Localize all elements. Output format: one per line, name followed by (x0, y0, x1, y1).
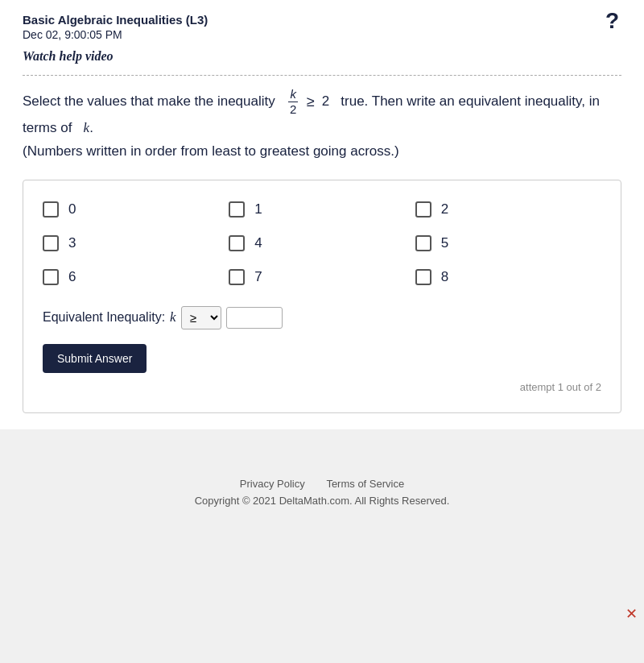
header-title: Basic Algebraic Inequalities (L3) (23, 13, 621, 27)
equivalent-label: Equivalent Inequality: (43, 310, 165, 325)
checkbox-2[interactable] (415, 201, 431, 218)
checkbox-4[interactable] (229, 235, 245, 251)
footer-links: Privacy Policy Terms of Service (0, 478, 644, 490)
checkbox-label-4[interactable]: 4 (254, 235, 262, 251)
checkbox-label-6[interactable]: 6 (68, 269, 76, 285)
checkbox-item-4: 4 (229, 230, 415, 256)
checkbox-7[interactable] (229, 269, 245, 285)
fraction: k 2 (288, 87, 298, 117)
divider (23, 75, 621, 76)
privacy-policy-link[interactable]: Privacy Policy (240, 478, 305, 490)
close-button[interactable]: ✕ (625, 605, 638, 623)
checkbox-item-3: 3 (43, 230, 229, 256)
checkbox-grid: 0 1 2 3 4 5 (43, 197, 601, 290)
question-text: Select the values that make the inequali… (23, 87, 621, 164)
inequality-select[interactable]: ≥ ≤ > < = (181, 306, 221, 329)
submit-button[interactable]: Submit Answer (43, 344, 147, 373)
checkbox-label-2[interactable]: 2 (441, 201, 448, 218)
checkbox-label-8[interactable]: 8 (441, 269, 448, 285)
checkbox-5[interactable] (415, 235, 431, 251)
k-variable: k (170, 309, 176, 325)
checkbox-item-2: 2 (415, 197, 601, 222)
help-video-link[interactable]: Watch help video (23, 49, 114, 64)
checkbox-item-8: 8 (415, 264, 601, 290)
checkbox-3[interactable] (43, 235, 59, 251)
checkbox-label-7[interactable]: 7 (254, 269, 262, 285)
checkbox-item-0: 0 (43, 197, 229, 222)
footer-copyright: Copyright © 2021 DeltaMath.com. All Righ… (0, 495, 644, 507)
main-content: ? Basic Algebraic Inequalities (L3) Dec … (0, 0, 644, 429)
checkbox-0[interactable] (43, 201, 59, 218)
checkbox-item-6: 6 (43, 264, 229, 290)
help-icon[interactable]: ? (605, 8, 628, 34)
checkbox-6[interactable] (43, 269, 59, 285)
checkbox-8[interactable] (415, 269, 431, 285)
equivalent-input[interactable] (226, 307, 283, 329)
equivalent-row: Equivalent Inequality: k ≥ ≤ > < = (43, 306, 601, 329)
header-date: Dec 02, 9:00:05 PM (23, 28, 621, 41)
checkbox-item-5: 5 (415, 230, 601, 256)
checkbox-item-1: 1 (229, 197, 415, 222)
attempt-text: attempt 1 out of 2 (43, 381, 601, 393)
checkbox-label-1[interactable]: 1 (254, 201, 262, 218)
answer-container: 0 1 2 3 4 5 (23, 180, 621, 413)
checkbox-item-7: 7 (229, 264, 415, 290)
checkbox-label-0[interactable]: 0 (68, 201, 76, 218)
checkbox-1[interactable] (229, 201, 245, 218)
terms-of-service-link[interactable]: Terms of Service (326, 478, 404, 490)
checkbox-label-5[interactable]: 5 (441, 235, 448, 251)
footer: Privacy Policy Terms of Service Copyrigh… (0, 429, 644, 523)
checkbox-label-3[interactable]: 3 (68, 235, 76, 251)
